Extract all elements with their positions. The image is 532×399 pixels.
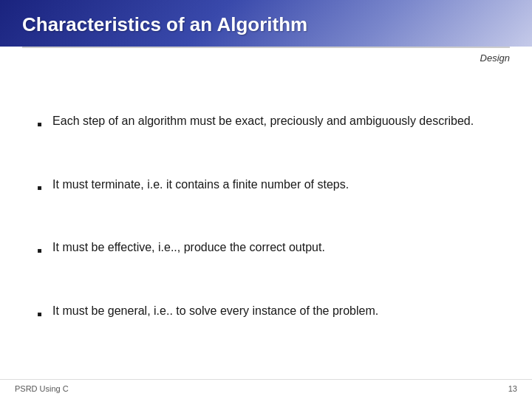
slide-footer: PSRD Using C 13 <box>0 379 532 399</box>
bullet-symbol-2: ▪ <box>37 177 42 199</box>
bullet-text-2: It must terminate, i.e. it contains a fi… <box>52 175 349 194</box>
bullet-symbol-3: ▪ <box>37 239 42 262</box>
bullet-item-4: ▪ It must be general, i.e.. to solve eve… <box>37 301 495 325</box>
footer-page-number: 13 <box>508 384 517 393</box>
content-area: ▪ Each step of an algorithm must be exac… <box>0 64 532 379</box>
footer-left-text: PSRD Using C <box>15 384 69 393</box>
bullet-item-1: ▪ Each step of an algorithm must be exac… <box>37 112 495 135</box>
slide-header: Characteristics of an Algorithm <box>0 0 532 47</box>
bullet-symbol-1: ▪ <box>37 113 42 135</box>
bullet-item-3: ▪ It must be effective, i.e.., produce t… <box>37 238 495 262</box>
bullet-text-1: Each step of an algorithm must be exact,… <box>52 112 474 131</box>
bullet-text-3: It must be effective, i.e.., produce the… <box>52 238 325 257</box>
bullet-item-2: ▪ It must terminate, i.e. it contains a … <box>37 175 495 199</box>
design-label: Design <box>0 48 532 64</box>
slide: Characteristics of an Algorithm Design ▪… <box>0 0 532 399</box>
bullet-symbol-4: ▪ <box>37 303 42 325</box>
bullet-text-4: It must be general, i.e.. to solve every… <box>52 301 378 321</box>
slide-title: Characteristics of an Algorithm <box>22 13 510 36</box>
